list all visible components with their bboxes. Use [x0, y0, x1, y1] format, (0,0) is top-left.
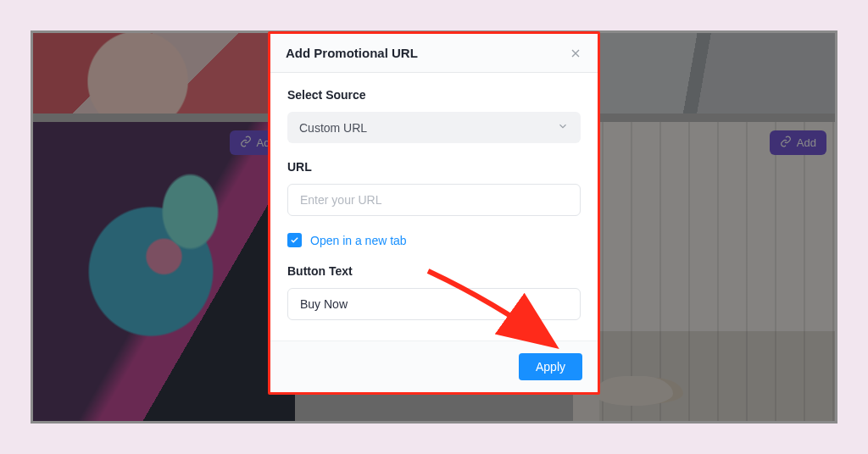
- annotation-arrow: [415, 258, 585, 368]
- source-select-value: Custom URL: [299, 121, 367, 135]
- source-select[interactable]: Custom URL: [287, 112, 581, 143]
- field-url: URL: [287, 160, 581, 216]
- field-source: Select Source Custom URL: [287, 88, 581, 143]
- field-newtab: Open in a new tab: [287, 233, 581, 247]
- newtab-checkbox[interactable]: [287, 233, 302, 247]
- url-label: URL: [287, 160, 581, 174]
- modal-title: Add Promotional URL: [286, 46, 418, 60]
- chevron-down-icon: [557, 120, 569, 135]
- source-label: Select Source: [287, 88, 581, 102]
- newtab-label: Open in a new tab: [310, 234, 407, 247]
- url-input[interactable]: [287, 184, 581, 216]
- close-icon[interactable]: [569, 47, 582, 60]
- app-stage: Add Add Add Promotional URL Select Sourc…: [31, 30, 837, 424]
- modal-header: Add Promotional URL: [270, 34, 598, 73]
